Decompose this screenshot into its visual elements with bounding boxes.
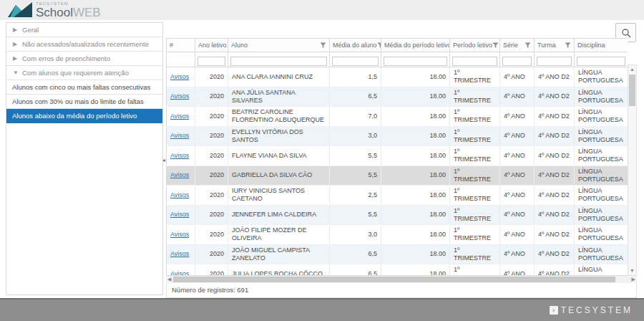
column-header-disciplina[interactable]: Disciplina bbox=[575, 39, 628, 52]
filter-funnel-icon[interactable] bbox=[492, 42, 499, 49]
table-row[interactable]: Avisos 2020 ANA CLARA IANNINI CRUZ 1,5 1… bbox=[167, 67, 628, 87]
filter-input-media-aluno[interactable] bbox=[332, 57, 379, 66]
filter-input-turma[interactable] bbox=[537, 57, 572, 66]
brand-text: TECSYSTEM SchoolWEB bbox=[36, 1, 101, 19]
cell-media-periodo: 18.00 bbox=[381, 244, 450, 264]
filter-funnel-icon[interactable] bbox=[525, 42, 531, 49]
filter-cell-empty bbox=[167, 52, 195, 67]
table-row[interactable]: Avisos 2020 IURY VINICIUS SANTOS CAETANO… bbox=[167, 186, 628, 206]
cell-avisos: Avisos bbox=[167, 205, 195, 225]
filter-input-ano-letivo[interactable] bbox=[197, 57, 225, 66]
splitter-handle[interactable]: ◂ bbox=[162, 157, 165, 163]
cell-serie: 4º ANO bbox=[500, 244, 535, 264]
scroll-right-icon[interactable]: ▶ bbox=[632, 276, 635, 283]
cell-ano-letivo: 2020 bbox=[195, 166, 228, 186]
cell-media-periodo: 18.00 bbox=[381, 264, 450, 277]
table-row[interactable]: Avisos 2020 FLAYNE VIANA DA SILVA 5,5 18… bbox=[167, 146, 628, 166]
avisos-link[interactable]: Avisos bbox=[170, 112, 189, 120]
cell-disciplina: LÍNGUA PORTUGUESA bbox=[575, 87, 628, 107]
cell-aluno: JENNEFER LIMA CALDEIRA bbox=[228, 205, 330, 225]
cell-media-aluno: 3,0 bbox=[330, 225, 381, 245]
cell-avisos: Avisos bbox=[167, 166, 195, 186]
cell-aluno: JOÃO MIGUEL CAMPISTA ZANELATO bbox=[228, 244, 330, 264]
app-header: TECSYSTEM SchoolWEB bbox=[0, 0, 644, 20]
sidebar-section-label: Geral bbox=[22, 23, 39, 37]
cell-disciplina: LÍNGUA PORTUGUESA bbox=[575, 166, 628, 186]
sidebar-item-abaixo-media[interactable]: Alunos abaixo da média do período letivo bbox=[6, 109, 162, 123]
cell-ano-letivo: 2020 bbox=[195, 67, 228, 87]
cell-media-aluno: 3,0 bbox=[330, 126, 381, 146]
table-row[interactable]: Avisos 2020 GABRIELLA DA SILVA CÃO 5,5 1… bbox=[167, 166, 628, 186]
column-header-aluno[interactable]: Aluno bbox=[228, 39, 330, 52]
column-header-index[interactable]: # bbox=[167, 39, 195, 52]
sidebar-item-limite-faltas[interactable]: Alunos com 30% ou mais do limite de falt… bbox=[6, 95, 162, 109]
avisos-link[interactable]: Avisos bbox=[170, 132, 189, 139]
avisos-link[interactable]: Avisos bbox=[170, 152, 189, 159]
scroll-left-icon[interactable]: ◀ bbox=[167, 276, 171, 283]
column-header-ano-letivo[interactable]: Ano letivo bbox=[195, 39, 228, 52]
filter-input-serie[interactable] bbox=[502, 57, 532, 66]
cell-media-periodo: 18.00 bbox=[381, 225, 450, 245]
table-row[interactable]: Avisos 2020 JOÃO FILIPE MOZER DE OLIVEIR… bbox=[167, 225, 628, 245]
table-row[interactable]: Avisos 2020 JOÃO MIGUEL CAMPISTA ZANELAT… bbox=[167, 244, 628, 264]
cell-turma: 4º ANO D2 bbox=[535, 146, 575, 166]
cell-avisos: Avisos bbox=[167, 67, 195, 87]
cell-serie: 4º ANO bbox=[500, 186, 535, 206]
cell-aluno: FLAYNE VIANA DA SILVA bbox=[228, 146, 330, 166]
filter-funnel-icon[interactable] bbox=[377, 42, 381, 49]
filter-cell bbox=[381, 52, 450, 67]
avisos-link[interactable]: Avisos bbox=[170, 231, 189, 238]
cell-turma: 4º ANO D2 bbox=[535, 186, 575, 206]
scroll-down-icon[interactable]: ▼ bbox=[628, 267, 636, 274]
cell-serie: 4º ANO bbox=[500, 166, 535, 186]
cell-aluno: BEATRIZ CAROLINE FLORENTINO ALBUQUERQUE bbox=[228, 107, 330, 127]
scroll-up-icon[interactable]: ▲ bbox=[628, 66, 636, 73]
filter-funnel-icon[interactable] bbox=[565, 42, 571, 49]
table-row[interactable]: Avisos 2020 BEATRIZ CAROLINE FLORENTINO … bbox=[167, 107, 628, 127]
avisos-link[interactable]: Avisos bbox=[170, 250, 189, 257]
horizontal-scroll-thumb[interactable] bbox=[173, 277, 615, 282]
sidebar-section-label: Com erros de preenchimento bbox=[22, 52, 110, 65]
cell-disciplina: LÍNGUA PORTUGUESA bbox=[575, 205, 628, 225]
avisos-link[interactable]: Avisos bbox=[170, 92, 189, 100]
table-row[interactable]: Avisos 2020 ANA JÚLIA SANTANA SILVARES 6… bbox=[167, 87, 628, 107]
cell-aluno: JULIA LOPES ROCHA CÔCCO bbox=[228, 264, 330, 277]
cell-media-aluno: 1,5 bbox=[330, 67, 381, 87]
avisos-link[interactable]: Avisos bbox=[170, 191, 189, 198]
chevron-right-icon: ▶ bbox=[13, 37, 22, 51]
avisos-link[interactable]: Avisos bbox=[170, 270, 189, 276]
filter-input-media-periodo[interactable] bbox=[384, 57, 447, 66]
cell-media-periodo: 18.00 bbox=[381, 126, 450, 146]
sidebar-section-geral[interactable]: ▶ Geral bbox=[6, 23, 162, 37]
avisos-link[interactable]: Avisos bbox=[170, 211, 189, 218]
avisos-link[interactable]: Avisos bbox=[170, 73, 189, 80]
horizontal-scrollbar[interactable]: ◀ ▶ bbox=[166, 276, 637, 283]
filter-input-disciplina[interactable] bbox=[577, 57, 625, 66]
sidebar-section-nao-acessados[interactable]: ▶ Não acessados/atualizados recentemente bbox=[6, 37, 162, 52]
vertical-scrollbar[interactable]: ▲ ▼ bbox=[628, 64, 637, 276]
cell-serie: 4º ANO bbox=[500, 225, 535, 245]
table-row[interactable]: Avisos 2020 JULIA LOPES ROCHA CÔCCO 6,5 … bbox=[167, 264, 628, 277]
column-header-periodo-letivo[interactable]: Período letivo bbox=[450, 39, 500, 52]
sidebar-section-erros-preenchimento[interactable]: ▶ Com erros de preenchimento bbox=[6, 52, 162, 66]
cell-periodo-letivo: 1º TRIMESTRE bbox=[450, 146, 500, 166]
column-header-turma[interactable]: Turma bbox=[535, 39, 575, 52]
filter-input-aluno[interactable] bbox=[230, 57, 327, 66]
vertical-scroll-thumb[interactable] bbox=[629, 75, 635, 106]
cell-turma: 4º ANO D2 bbox=[535, 166, 575, 186]
column-header-media-aluno[interactable]: Média do aluno bbox=[330, 39, 381, 52]
filter-cell bbox=[195, 52, 228, 67]
column-header-serie[interactable]: Série bbox=[500, 39, 535, 52]
avisos-link[interactable]: Avisos bbox=[170, 171, 189, 178]
cell-ano-letivo: 2020 bbox=[195, 126, 228, 146]
table-row[interactable]: Avisos 2020 EVELLYN VITÓRIA DOS SANTOS 3… bbox=[167, 126, 628, 146]
filter-input-periodo-letivo[interactable] bbox=[452, 57, 497, 66]
column-header-media-periodo[interactable]: Média do período letivo bbox=[381, 39, 450, 52]
cell-avisos: Avisos bbox=[167, 107, 195, 127]
sidebar-item-faltas-consecutivas[interactable]: Alunos com cinco ou mais faltas consecut… bbox=[6, 80, 162, 95]
sidebar-section-alunos-atencao[interactable]: ▼ Com alunos que requerem atenção bbox=[6, 66, 162, 80]
cell-avisos: Avisos bbox=[167, 87, 195, 107]
table-row[interactable]: Avisos 2020 JENNEFER LIMA CALDEIRA 5,5 1… bbox=[167, 205, 628, 225]
cell-media-aluno: 5,5 bbox=[330, 166, 381, 186]
filter-funnel-icon[interactable] bbox=[320, 42, 326, 49]
